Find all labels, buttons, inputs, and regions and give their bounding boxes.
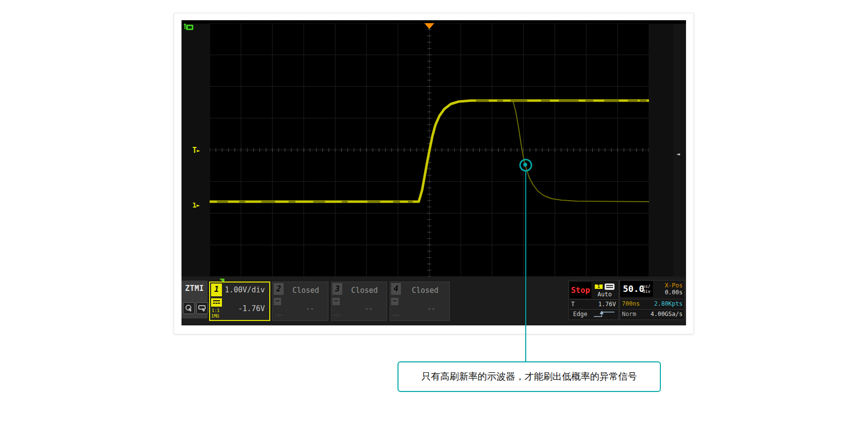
display-mode-icon bbox=[605, 283, 615, 290]
channel-2-sub: -:- bbox=[275, 313, 283, 318]
waveform-svg bbox=[210, 23, 649, 277]
timebase-panel: 50.0 ns/ div X-Pos 0.00s 700ns 2.80Kpts … bbox=[619, 280, 685, 320]
channel-3-value: -- bbox=[364, 305, 373, 313]
channel-4-chip: 4 bbox=[391, 283, 401, 295]
channel-2-status: Closed bbox=[284, 286, 328, 295]
channel-4-sub: -:- bbox=[392, 313, 400, 318]
channel-4-coupling-chip: – bbox=[391, 298, 398, 305]
timebase-unit: ns/ div bbox=[643, 284, 651, 294]
trigger-source-chip: 1 bbox=[595, 283, 603, 290]
annotation-text: 只有高刷新率的示波器，才能刷出低概率的异常信号 bbox=[422, 370, 637, 383]
channel-3-sub: -:- bbox=[333, 313, 341, 318]
trigger-marker-arrow-icon: ► bbox=[197, 147, 200, 154]
trigger-level-label: T bbox=[571, 301, 575, 308]
memory-depth: 2.80Kpts bbox=[654, 300, 683, 307]
brand-box: ZTMI bbox=[181, 281, 208, 318]
channel-4-button[interactable]: 4 Closed – -- -:- bbox=[390, 282, 450, 321]
channel-2-coupling-chip: – bbox=[274, 298, 281, 305]
channel-2-value: -- bbox=[306, 305, 314, 313]
trigger-level-value: 1.76V bbox=[598, 301, 616, 308]
annotation-target-circle bbox=[519, 159, 532, 172]
channel-2-chip: 2 bbox=[274, 283, 284, 295]
brand-logo: ZTMI bbox=[181, 281, 208, 293]
dc-coupling-icon bbox=[211, 298, 222, 307]
channel-marker-arrow-icon: ► bbox=[196, 202, 200, 209]
sample-rate: 4.00GSa/s bbox=[651, 311, 683, 318]
menu-collapse-arrow-icon[interactable]: ◄ bbox=[677, 151, 680, 157]
touch-tool-button[interactable] bbox=[196, 302, 208, 314]
run-stop-indicator[interactable]: Stop bbox=[570, 282, 591, 298]
oscilloscope-screen: T► 1► ◄ ZTMI bbox=[181, 20, 686, 325]
pointer-icon bbox=[185, 304, 193, 312]
channel-1-chip: 1 bbox=[211, 283, 222, 296]
trigger-level-marker[interactable]: T► bbox=[192, 146, 200, 155]
acquisition-mode: Norm bbox=[622, 311, 636, 318]
channel-1-probe-ratio: 1:1 bbox=[212, 308, 219, 313]
annotation-connector-line bbox=[525, 172, 526, 361]
trigger-status-panel: Stop 1 Auto T 1.76V Edge bbox=[568, 280, 619, 320]
xpos-value: 0.00s bbox=[665, 289, 683, 296]
channel-1-scale: 1.00V/div bbox=[225, 285, 265, 294]
channel-1-impedance: 1MΩ bbox=[211, 314, 219, 318]
scope-bottom-bar: ZTMI bbox=[181, 277, 686, 325]
channel-3-status: Closed bbox=[342, 286, 387, 295]
trigger-mode[interactable]: Auto bbox=[592, 291, 617, 298]
channel1-position-marker[interactable]: 1► bbox=[192, 201, 200, 210]
timebase-scale-box[interactable]: 50.0 ns/ div bbox=[620, 281, 653, 297]
xpos-label: X-Pos bbox=[665, 282, 683, 289]
rising-edge-icon bbox=[592, 310, 616, 318]
pointer-tool-button[interactable] bbox=[183, 302, 195, 314]
channel-3-coupling-chip: – bbox=[332, 298, 340, 305]
tap-icon bbox=[198, 304, 206, 312]
page: { "annotation": { "text": "只有高刷新率的示波器，才能… bbox=[0, 0, 868, 424]
channel-4-value: -- bbox=[427, 305, 435, 313]
trigger-type[interactable]: Edge bbox=[573, 311, 587, 318]
capture-window: 700ns bbox=[622, 300, 640, 307]
connection-status-icon bbox=[183, 23, 194, 31]
channel-3-chip: 3 bbox=[332, 283, 342, 295]
screenshot-card: T► 1► ◄ ZTMI bbox=[174, 13, 694, 334]
channel-3-button[interactable]: 3 Closed – -- -:- bbox=[331, 282, 387, 321]
channel-1-offset: -1.76V bbox=[238, 304, 265, 313]
timebase-scale: 50.0 bbox=[623, 283, 644, 294]
waveform-display bbox=[210, 23, 649, 277]
annotation-callout: 只有高刷新率的示波器，才能刷出低概率的异常信号 bbox=[398, 361, 661, 392]
channel-2-button[interactable]: 2 Closed – -- -:- bbox=[272, 282, 328, 321]
channel-1-button[interactable]: 1 1.00V/div -1.76V 1:1 1MΩ bbox=[209, 282, 270, 321]
trigger-marker-label: T bbox=[192, 146, 197, 155]
channel-4-status: Closed bbox=[401, 286, 449, 295]
side-menu-strip: ◄ bbox=[674, 24, 686, 277]
